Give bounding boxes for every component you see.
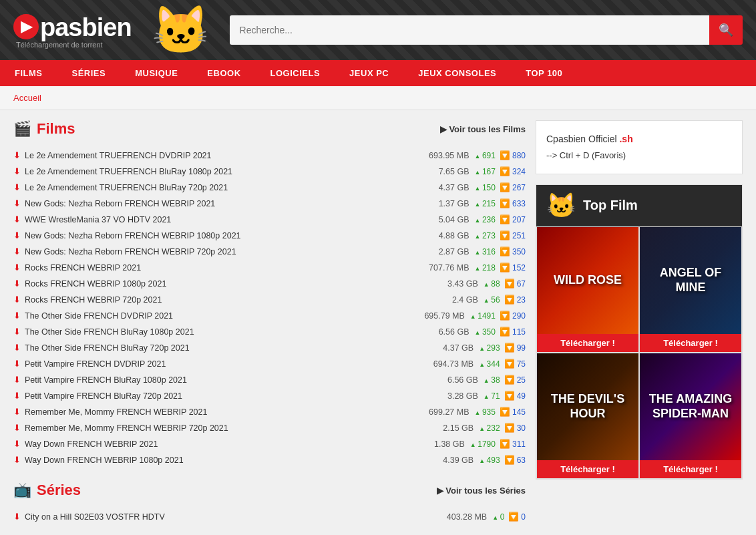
stat-down-arrow-icon: 🔽 (504, 391, 515, 401)
arrow-right-icon-2: ▶ (437, 486, 443, 496)
stat-down-arrow-icon: 🔽 (508, 512, 519, 522)
stat-down-arrow-icon: 🔽 (500, 182, 510, 192)
file-name-link[interactable]: Way Down FRENCH WEBRIP 1080p 2021 (25, 456, 420, 465)
file-size: 1.37 GB (416, 199, 469, 208)
download-icon: ⬇ (13, 230, 21, 240)
nav-ebook[interactable]: EBOOK (192, 60, 255, 86)
file-name-link[interactable]: Remember Me, Mommy FRENCH WEBRIP 720p 20… (25, 423, 420, 433)
table-row: ⬇ Petit Vampire FRENCH DVDRIP 2021 694.7… (13, 356, 526, 372)
file-size: 1.38 GB (411, 439, 465, 449)
stat-down: 311 (512, 439, 526, 449)
film-icon: 🎬 (13, 120, 31, 138)
stat-down: 63 (517, 456, 526, 465)
movie-download-button[interactable]: Télécharger ! (640, 460, 741, 478)
logo-text: pasbien (40, 13, 132, 41)
file-name-link[interactable]: New Gods: Nezha Reborn FRENCH WEBRIP 720… (25, 247, 416, 256)
stat-down: 25 (517, 375, 526, 385)
breadcrumb: Accueil (0, 86, 756, 110)
file-size: 403.28 MB (433, 512, 487, 522)
search-button[interactable]: 🔍 (709, 15, 743, 45)
nav-jeux-pc[interactable]: JEUX PC (335, 60, 403, 86)
file-name-link[interactable]: The Other Side FRENCH DVDRIP 2021 (25, 311, 411, 321)
table-row: ⬇ Remember Me, Mommy FRENCH WEBRIP 720p … (13, 420, 526, 436)
nav-top100[interactable]: TOP 100 (511, 60, 577, 86)
stat-down: 152 (512, 263, 526, 273)
stat-down: 49 (517, 391, 526, 401)
file-name-link[interactable]: New Gods: Nezha Reborn FRENCH WEBRIP 202… (25, 199, 416, 208)
file-name-link[interactable]: New Gods: Nezha Reborn FRENCH WEBRIP 108… (25, 231, 416, 240)
movie-download-button[interactable]: Télécharger ! (537, 334, 638, 352)
stat-down: 0 (521, 512, 526, 522)
officiel-title: Cpasbien Officiel .sh (546, 131, 732, 148)
table-row: ⬇ New Gods: Nezha Reborn FRENCH WEBRIP 1… (13, 228, 526, 244)
nav-logiciels[interactable]: LOGICIELS (256, 60, 335, 86)
nav-musique[interactable]: MUSIQUE (120, 60, 192, 86)
stat-down-arrow-icon: 🔽 (504, 279, 515, 289)
stat-down: 145 (512, 407, 526, 417)
file-name-link[interactable]: The Other Side FRENCH BluRay 1080p 2021 (25, 327, 416, 337)
file-name-link[interactable]: City on a Hill S02E03 VOSTFR HDTV (25, 512, 433, 522)
file-name-link[interactable]: WWE WrestleMania 37 VO HDTV 2021 (25, 215, 416, 224)
file-name-link[interactable]: Petit Vampire FRENCH BluRay 720p 2021 (25, 391, 425, 401)
nav-series[interactable]: SÉRIES (57, 60, 121, 86)
stat-up: 316 (475, 247, 496, 256)
nav-films[interactable]: FILMS (0, 60, 57, 86)
stat-down-arrow-icon: 🔽 (504, 455, 515, 465)
stat-up: 71 (484, 391, 500, 401)
films-title: 🎬 Films (13, 120, 75, 138)
stat-up: 691 (475, 151, 496, 160)
file-name-link[interactable]: Remember Me, Mommy FRENCH WEBRIP 2021 (25, 407, 416, 417)
table-row: ⬇ New Gods: Nezha Reborn FRENCH WEBRIP 7… (13, 244, 526, 260)
movie-download-button[interactable]: Télécharger ! (640, 334, 741, 352)
file-name-link[interactable]: Rocks FRENCH WEBRIP 1080p 2021 (25, 279, 425, 289)
file-size: 707.76 MB (416, 263, 469, 273)
see-all-series[interactable]: ▶Voir tous les Séries (437, 486, 526, 496)
download-icon: ⬇ (13, 439, 21, 449)
movie-poster: THE AMAZING SPIDER-MAN (640, 353, 741, 460)
series-list: ⬇ City on a Hill S02E03 VOSTFR HDTV 403.… (13, 509, 526, 525)
stat-down-arrow-icon: 🔽 (500, 166, 510, 176)
stat-down: 290 (512, 311, 526, 321)
download-icon: ⬇ (13, 311, 21, 321)
table-row: ⬇ WWE WrestleMania 37 VO HDTV 2021 5.04 … (13, 212, 526, 228)
main-nav: FILMS SÉRIES MUSIQUE EBOOK LOGICIELS JEU… (0, 60, 756, 86)
nav-jeux-consoles[interactable]: JEUX CONSOLES (403, 60, 511, 86)
films-title-text: Films (37, 120, 75, 138)
table-row: ⬇ New Gods: Nezha Reborn FRENCH WEBRIP 2… (13, 196, 526, 212)
stat-down-arrow-icon: 🔽 (500, 198, 510, 208)
file-size: 7.65 GB (416, 167, 469, 176)
file-name-link[interactable]: Rocks FRENCH WEBRIP 720p 2021 (25, 295, 425, 305)
table-row: ⬇ Le 2e Amendement TRUEFRENCH DVDRIP 202… (13, 148, 526, 164)
officiel-sh: .sh (619, 134, 632, 144)
file-name-link[interactable]: Petit Vampire FRENCH DVDRIP 2021 (25, 359, 420, 369)
download-icon: ⬇ (13, 359, 21, 369)
search-input[interactable] (230, 15, 709, 45)
films-section-header: 🎬 Films ▶Voir tous les Films (13, 120, 526, 141)
file-size: 3.28 GB (425, 391, 478, 401)
table-row: ⬇ Rocks FRENCH WEBRIP 720p 2021 2.4 GB 5… (13, 292, 526, 308)
stat-up: 344 (479, 359, 500, 369)
stat-down: 115 (512, 327, 526, 337)
file-size: 4.37 GB (416, 183, 469, 192)
movie-download-button[interactable]: Télécharger ! (537, 460, 638, 478)
file-name-link[interactable]: Le 2e Amendement TRUEFRENCH BluRay 720p … (25, 183, 416, 192)
stat-up: 273 (475, 231, 496, 240)
file-name-link[interactable]: The Other Side FRENCH BluRay 720p 2021 (25, 343, 420, 353)
file-size: 694.73 MB (420, 359, 474, 369)
file-name-link[interactable]: Petit Vampire FRENCH BluRay 1080p 2021 (25, 375, 425, 385)
file-name-link[interactable]: Way Down FRENCH WEBRIP 2021 (25, 439, 411, 449)
table-row: ⬇ The Other Side FRENCH BluRay 720p 2021… (13, 340, 526, 356)
see-all-films[interactable]: ▶Voir tous les Films (440, 124, 526, 134)
file-name-link[interactable]: Le 2e Amendement TRUEFRENCH DVDRIP 2021 (25, 151, 416, 160)
file-name-link[interactable]: Le 2e Amendement TRUEFRENCH BluRay 1080p… (25, 167, 416, 176)
file-name-link[interactable]: Rocks FRENCH WEBRIP 2021 (25, 263, 416, 273)
stat-up: 56 (484, 295, 500, 305)
file-size: 4.37 GB (420, 343, 474, 353)
stat-up: 218 (475, 263, 496, 273)
breadcrumb-home[interactable]: Accueil (13, 93, 41, 103)
officiel-label: Cpasbien Officiel (546, 134, 617, 144)
movie-card: ANGEL OF MINE Télécharger ! (639, 226, 742, 353)
stat-up: 88 (484, 279, 500, 289)
file-size: 2.15 GB (420, 423, 474, 433)
stat-down-arrow-icon: 🔽 (504, 295, 515, 305)
